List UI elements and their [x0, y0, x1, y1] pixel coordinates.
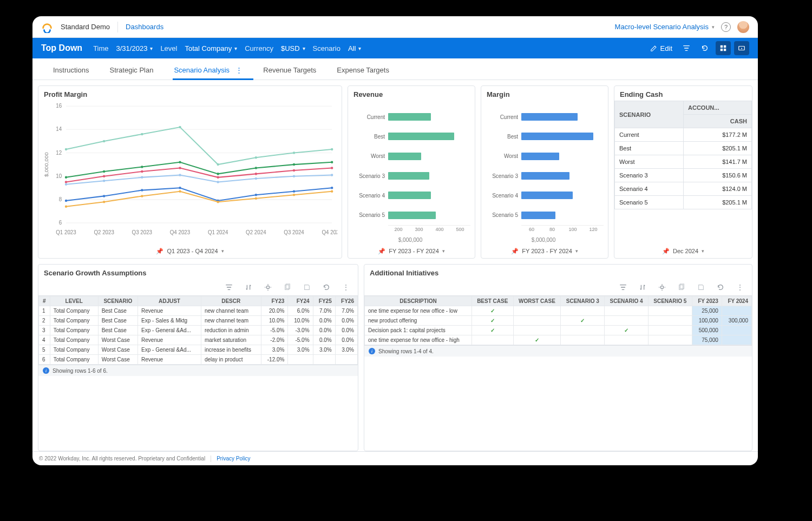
- filter-scenario-label: Scenario: [313, 44, 340, 52]
- tab-instructions[interactable]: Instructions: [52, 61, 90, 80]
- filter-level-value[interactable]: Total Company▾: [185, 44, 237, 52]
- svg-point-50: [65, 183, 67, 186]
- card-margin: Margin Current Best Worst Scenario 3 Sce…: [481, 85, 608, 259]
- kebab-icon[interactable]: ⋮: [342, 283, 350, 292]
- table-row[interactable]: Scenario 4$124.0 M: [615, 182, 752, 196]
- svg-point-31: [255, 156, 257, 159]
- svg-rect-3: [724, 49, 726, 51]
- copy-icon[interactable]: [677, 283, 686, 292]
- edit-button[interactable]: Edit: [646, 41, 676, 55]
- svg-text:Q3 2024: Q3 2024: [284, 229, 304, 235]
- card-title: Margin: [481, 86, 608, 101]
- svg-point-34: [65, 176, 67, 179]
- table-row[interactable]: one time expense for new office - low✓25…: [365, 306, 752, 316]
- revenue-bar-chart[interactable]: Current Best Worst Scenario 3 Scenario 4…: [350, 104, 470, 244]
- pin-icon: 📌: [511, 248, 519, 255]
- svg-point-68: [141, 195, 143, 197]
- svg-point-35: [103, 170, 105, 173]
- workday-logo[interactable]: [41, 21, 53, 33]
- table-row[interactable]: Current$177.2 M: [615, 128, 752, 142]
- sort-icon[interactable]: [244, 283, 253, 292]
- scenario-analysis-link[interactable]: Macro-level Scenario Analysis ▾: [615, 23, 715, 31]
- svg-point-58: [65, 200, 67, 202]
- table-row[interactable]: 5Total CompanyWorst CaseExp - General &A…: [39, 345, 358, 355]
- kebab-icon[interactable]: ⋮: [230, 66, 243, 74]
- bar-row: Worst: [483, 150, 604, 162]
- svg-point-64: [293, 190, 295, 193]
- help-icon[interactable]: ?: [721, 22, 731, 32]
- grid-view-button[interactable]: [716, 41, 731, 55]
- bar-row: Current: [483, 111, 604, 123]
- table-row[interactable]: 3Total CompanyBest CaseExp - General &Ad…: [39, 326, 358, 335]
- filter-icon-button[interactable]: [679, 41, 694, 55]
- svg-rect-2: [721, 49, 723, 51]
- growth-grid[interactable]: #LEVELSCENARIOADJUSTDESCRFY23FY24FY25FY2…: [38, 296, 358, 365]
- svg-point-53: [179, 174, 181, 176]
- dashboards-link[interactable]: Dashboards: [126, 23, 163, 31]
- filter-currency-label: Currency: [245, 44, 273, 52]
- app-footer: © 2022 Workday, Inc. All rights reserved…: [32, 451, 758, 465]
- present-button[interactable]: [734, 41, 749, 55]
- tab-strategic-plan[interactable]: Strategic Plan: [108, 61, 154, 80]
- table-row[interactable]: Decision pack 1: capital projects✓✓500,0…: [365, 326, 752, 335]
- user-avatar[interactable]: [737, 21, 749, 33]
- refresh-icon[interactable]: [716, 283, 725, 292]
- card-ending-cash: Ending Cash SCENARIO ACCOUN... CASH Curr…: [614, 85, 752, 259]
- svg-point-38: [217, 173, 219, 175]
- svg-point-40: [293, 163, 295, 166]
- svg-point-74: [266, 286, 269, 288]
- save-icon[interactable]: [303, 283, 311, 292]
- table-row[interactable]: Scenario 3$150.6 M: [615, 169, 752, 182]
- ending-cash-table[interactable]: SCENARIO ACCOUN... CASH Current$177.2 MB…: [614, 101, 752, 209]
- svg-point-43: [103, 175, 105, 177]
- refresh-button[interactable]: [697, 41, 712, 55]
- refresh-icon[interactable]: [322, 283, 331, 292]
- chevron-down-icon: ▾: [712, 24, 715, 30]
- bar-category: Current: [483, 114, 518, 120]
- svg-point-46: [217, 176, 219, 179]
- card-growth-assumptions: Scenario Growth Assumptions ⋮ #LEVELSCEN…: [38, 264, 358, 451]
- card-footer[interactable]: 📌Dec 2024▾: [614, 244, 752, 258]
- bar-category: Scenario 3: [483, 173, 518, 179]
- tab-revenue-targets[interactable]: Revenue Targets: [262, 61, 317, 80]
- bar-category: Current: [350, 114, 385, 120]
- card-footer[interactable]: 📌Q1 2023 - Q4 2024▾: [38, 244, 342, 258]
- svg-point-52: [141, 176, 143, 179]
- settings-icon[interactable]: [264, 283, 272, 292]
- filter-currency-value[interactable]: $USD▾: [281, 44, 305, 52]
- filter-icon[interactable]: [225, 283, 233, 292]
- table-row[interactable]: 1Total CompanyBest CaseRevenuenew channe…: [39, 306, 358, 316]
- privacy-policy-link[interactable]: Privacy Policy: [217, 456, 250, 461]
- chevron-down-icon: ▾: [358, 45, 361, 51]
- table-row[interactable]: one time expense for new office - high✓7…: [365, 335, 752, 345]
- card-title: Scenario Growth Assumptions: [38, 265, 358, 279]
- card-footer[interactable]: 📌FY 2023 - FY 2024▾: [481, 244, 608, 258]
- card-footer[interactable]: 📌FY 2023 - FY 2024▾: [348, 244, 475, 258]
- table-row[interactable]: 6Total CompanyWorst CaseRevenuedelay in …: [39, 355, 358, 365]
- svg-point-67: [103, 201, 105, 203]
- save-icon[interactable]: [697, 283, 705, 292]
- table-row[interactable]: new product offering✓✓100,000300,000: [365, 316, 752, 326]
- svg-text:12: 12: [56, 149, 62, 155]
- kebab-icon[interactable]: ⋮: [736, 283, 744, 292]
- filter-time-value[interactable]: 3/31/2023▾: [116, 44, 153, 52]
- initiatives-grid[interactable]: DESCRIPTIONBEST CASEWORST CASESCENARIO 3…: [364, 296, 752, 345]
- table-row[interactable]: Scenario 5$205.1 M: [615, 196, 752, 209]
- svg-point-65: [331, 187, 333, 189]
- table-row[interactable]: Best$205.1 M: [615, 142, 752, 155]
- settings-icon[interactable]: [658, 283, 666, 292]
- copy-icon[interactable]: [283, 283, 292, 292]
- margin-bar-chart[interactable]: Current Best Worst Scenario 3 Scenario 4…: [483, 104, 604, 244]
- svg-rect-0: [721, 45, 723, 48]
- tab-scenario-analysis[interactable]: Scenario Analysis ⋮: [173, 61, 244, 80]
- bar-category: Scenario 4: [483, 193, 518, 199]
- table-row[interactable]: 2Total CompanyBest CaseExp - Sales & Mkt…: [39, 316, 358, 326]
- filter-icon[interactable]: [619, 283, 627, 292]
- sort-icon[interactable]: [638, 283, 647, 292]
- svg-point-77: [660, 286, 663, 288]
- table-row[interactable]: Worst$141.7 M: [615, 155, 752, 169]
- filter-scenario-value[interactable]: All▾: [348, 44, 361, 52]
- tab-expense-targets[interactable]: Expense Targets: [336, 61, 390, 80]
- table-row[interactable]: 4Total CompanyWorst CaseRevenuemarket sa…: [39, 335, 358, 345]
- profit-margin-line-chart[interactable]: 6810121416$,000,000Q1 2023Q2 2023Q3 2023…: [41, 103, 337, 242]
